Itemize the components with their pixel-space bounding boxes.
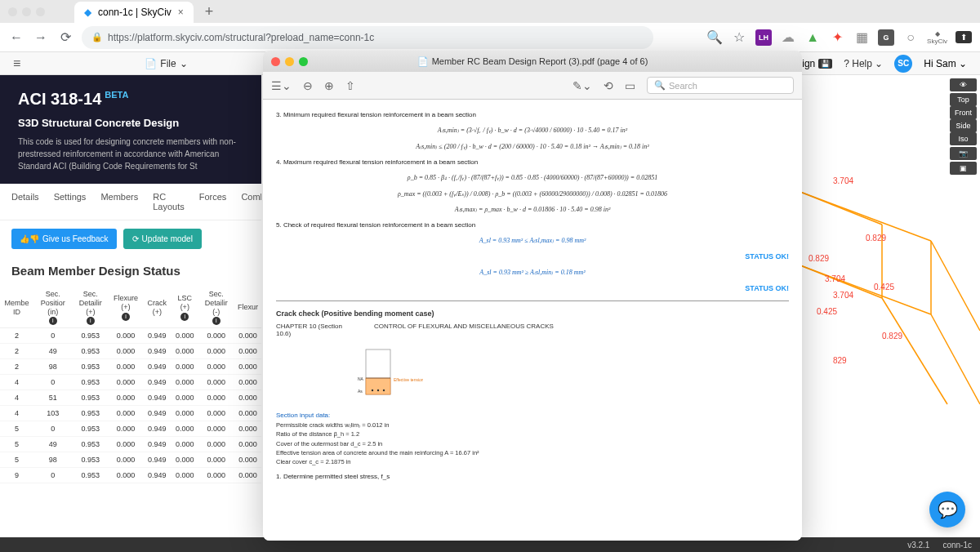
table-row[interactable]: 5490.9530.0000.9490.0000.0000.000 [0, 437, 261, 452]
svg-text:As: As [358, 389, 363, 394]
pdf-annotate[interactable]: ✎⌄ [572, 79, 592, 92]
hamburger-icon[interactable]: ≡ [13, 56, 20, 71]
ext-up-icon[interactable]: ⬆ [956, 31, 972, 43]
pdf-eq5a: A_sl = 0.93 mm² ≤ A₍sl,max₎ = 0.98 mm² [276, 237, 789, 244]
panel-tab-forces[interactable]: Forces [199, 192, 227, 211]
search-icon: 🔍 [654, 80, 666, 91]
code-title: ACI 318-14BETA [18, 90, 243, 109]
view-top-button[interactable]: Top [950, 93, 977, 106]
project-label: conn-1c [942, 541, 972, 550]
pdf-share[interactable]: ⇧ [345, 79, 355, 92]
ext-g[interactable]: G [878, 29, 894, 46]
view-eye-button[interactable]: 👁 [950, 78, 977, 91]
pdf-status2: STATUS OK! [276, 284, 789, 292]
info-icon: i [122, 313, 130, 321]
svg-text:0.425: 0.425 [817, 307, 837, 316]
view-iso-button[interactable]: Iso [950, 132, 977, 145]
pdf-crop[interactable]: ▭ [625, 79, 635, 92]
table-row[interactable]: 4510.9530.0000.9490.0000.0000.000 [0, 390, 261, 406]
info-icon: i [87, 317, 95, 325]
url-bar[interactable]: 🔒 https://platform.skyciv.com/structural… [82, 26, 653, 49]
pdf-search-input[interactable]: 🔍 Search [647, 77, 794, 94]
svg-rect-20 [366, 378, 390, 394]
back-button[interactable]: ← [8, 30, 24, 45]
view-camera-button[interactable]: 📷 [950, 147, 977, 160]
chat-button[interactable]: 💬 [929, 492, 965, 528]
pdf-rotate[interactable]: ⟲ [604, 79, 613, 92]
star-icon[interactable]: ☆ [731, 29, 747, 45]
panel-tab-rc layouts[interactable]: RC Layouts [153, 192, 185, 211]
forward-button[interactable]: → [33, 30, 49, 45]
help-menu[interactable]: ? Help ⌄ [844, 58, 883, 69]
code-banner: ACI 318-14BETA S3D Structural Concrete D… [0, 75, 261, 184]
browser-tab[interactable]: ◆ conn-1c | SkyCiv × [74, 2, 194, 23]
browser-tab-strip: ◆ conn-1c | SkyCiv × + [0, 0, 980, 23]
close-tab-icon[interactable]: × [178, 7, 184, 18]
pdf-preview-window[interactable]: 📄Member RC Beam Design Report (3).pdf (p… [263, 51, 802, 541]
pdf-minimize[interactable] [285, 57, 294, 66]
svg-text:3.704: 3.704 [825, 274, 845, 283]
table-row[interactable]: 500.9530.0000.9490.0000.0000.000 [0, 421, 261, 437]
col-sec-pos: Sec. Positior (in)i [33, 287, 72, 328]
pdf-chapter: CHAPTER 10 (Section 10.6) [276, 323, 358, 337]
file-menu[interactable]: 📄 File ⌄ [145, 58, 187, 69]
refresh-icon: ⟳ [132, 234, 139, 243]
table-row[interactable]: 2490.9530.0000.9490.0000.0000.000 [0, 344, 261, 359]
pdf-eq4a: ρ_b = 0.85 · β₁ · (f꜀/fᵧ) · (87/(87+fᵧ))… [276, 174, 789, 182]
pdf-page-content[interactable]: 3. Minimum required flexural tension rei… [263, 100, 802, 541]
beam-cross-section-diagram: NA As Effective tension area A [358, 345, 407, 403]
feedback-button[interactable]: 👍👎 Give us Feedback [11, 229, 117, 249]
svg-text:0.425: 0.425 [874, 283, 894, 292]
thumbs-icon: 👍👎 [20, 234, 39, 243]
table-row[interactable]: 900.9530.0000.9490.0000.0000.000 [0, 468, 261, 483]
view-front-button[interactable]: Front [950, 106, 977, 119]
user-avatar[interactable]: SC [894, 55, 912, 73]
svg-text:0.829: 0.829 [882, 332, 902, 341]
svg-line-9 [882, 298, 947, 404]
table-row[interactable]: 2980.9530.0000.9490.0000.0000.000 [0, 359, 261, 375]
panel-tab-settings[interactable]: Settings [54, 192, 87, 211]
reload-button[interactable]: ⟳ [57, 29, 74, 45]
panel-tab-members[interactable]: Members [100, 192, 138, 211]
view-side-button[interactable]: Side [950, 119, 977, 132]
ext-tree-icon[interactable]: ▲ [804, 30, 821, 45]
pdf-divider [276, 300, 789, 301]
svg-text:3.704: 3.704 [833, 291, 853, 300]
url-text: https://platform.skyciv.com/structural?p… [108, 32, 374, 43]
ext-cloud-icon[interactable]: ☁ [780, 29, 796, 45]
view-layers-button[interactable]: ▣ [950, 162, 977, 175]
ext-puzzle-icon[interactable]: ✦ [829, 29, 845, 45]
pdf-sidebar-toggle[interactable]: ☰⌄ [271, 79, 292, 92]
col-member-id: Membe ID [0, 287, 33, 328]
new-tab-button[interactable]: + [205, 3, 214, 20]
svg-text:NA: NA [358, 376, 364, 381]
pdf-maximize[interactable] [299, 57, 308, 66]
help-icon: ? [844, 58, 849, 69]
macos-minimize[interactable] [22, 7, 31, 16]
user-greeting[interactable]: Hi Sam ⌄ [924, 58, 967, 69]
macos-close[interactable] [8, 7, 17, 16]
pdf-crack-title: Crack check (Positive bending moment cas… [276, 309, 789, 318]
pdf-sec5: 5. Check of required flexural tension re… [276, 221, 789, 229]
table-row[interactable]: 200.9530.0000.9490.0000.0000.000 [0, 328, 261, 344]
pdf-zoom-out[interactable]: ⊖ [303, 79, 313, 92]
update-model-button[interactable]: ⟳ Update model [123, 229, 202, 249]
panel-tab-details[interactable]: Details [11, 192, 39, 211]
svg-text:0.829: 0.829 [808, 254, 829, 263]
table-row[interactable]: 400.9530.0000.9490.0000.0000.000 [0, 375, 261, 390]
ext-skyciv[interactable]: ◆SkyCiv [927, 30, 947, 45]
svg-point-26 [377, 390, 379, 391]
table-row[interactable]: 41030.9530.0000.9490.0000.0000.000 [0, 406, 261, 421]
table-row[interactable]: 5980.9530.0000.9490.0000.0000.000 [0, 452, 261, 468]
ext-lh[interactable]: LH [755, 29, 772, 46]
pdf-close[interactable] [271, 57, 280, 66]
design-save-icon: 💾 [818, 59, 832, 69]
pdf-zoom-in[interactable]: ⊕ [324, 79, 334, 92]
search-icon[interactable]: 🔍 [706, 29, 723, 45]
pdf-titlebar[interactable]: 📄Member RC Beam Design Report (3).pdf (p… [263, 51, 802, 72]
ext-circle-icon[interactable]: ○ [902, 30, 919, 45]
info-icon: i [180, 313, 189, 321]
col-crack: Crack (+) [143, 287, 172, 328]
macos-maximize[interactable] [36, 7, 45, 16]
ext-calendar-icon[interactable]: ▦ [853, 29, 870, 45]
